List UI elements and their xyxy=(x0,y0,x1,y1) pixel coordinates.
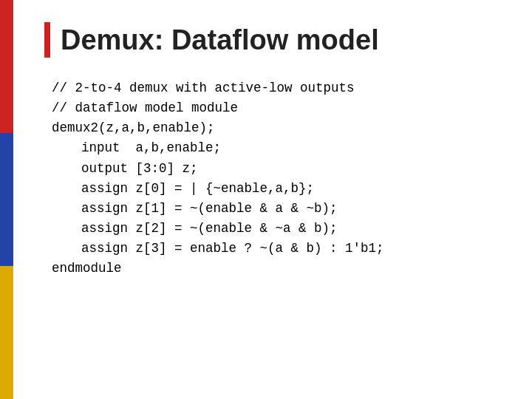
code-line-6: assign z[0] = | {~enable,a,b}; xyxy=(52,179,495,199)
code-line-7: assign z[1] = ~(enable & a & ~b); xyxy=(52,199,495,219)
code-line-10: endmodule xyxy=(52,259,495,279)
title-accent-bar xyxy=(44,22,50,58)
left-color-bar xyxy=(0,0,13,399)
code-line-1: // 2-to-4 demux with active-low outputs xyxy=(52,78,495,98)
code-line-2: // dataflow model module xyxy=(52,98,495,118)
bar-yellow xyxy=(0,266,13,399)
bar-blue xyxy=(0,133,13,266)
code-line-8: assign z[2] = ~(enable & ~a & b); xyxy=(52,219,495,239)
bar-red xyxy=(0,0,13,133)
slide: Demux: Dataflow model // 2-to-4 demux wi… xyxy=(0,0,532,399)
page-title: Demux: Dataflow model xyxy=(61,24,379,56)
code-line-3: demux2(z,a,b,enable); xyxy=(52,118,495,138)
code-line-5: output [3:0] z; xyxy=(52,159,495,179)
code-line-9: assign z[3] = enable ? ~(a & b) : 1'b1; xyxy=(52,239,495,259)
code-line-4: input a,b,enable; xyxy=(52,138,495,158)
title-row: Demux: Dataflow model xyxy=(44,22,495,58)
code-block: // 2-to-4 demux with active-low outputs … xyxy=(52,78,495,279)
